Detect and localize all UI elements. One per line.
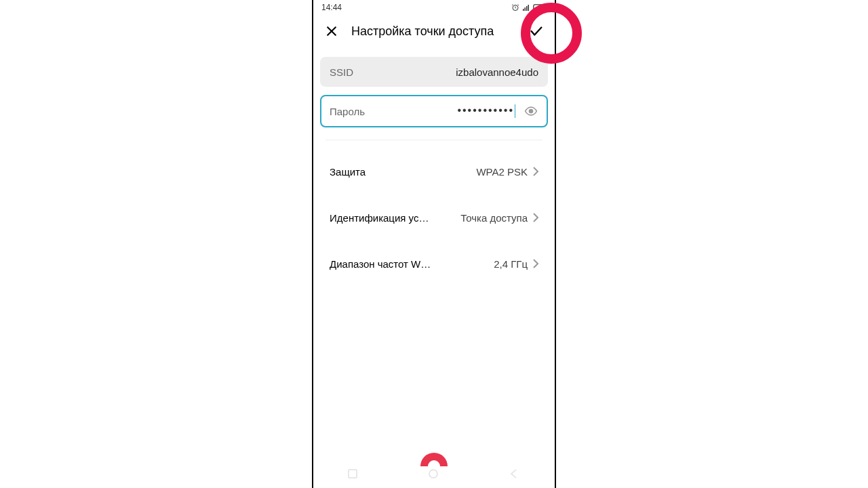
- svg-point-9: [530, 110, 533, 113]
- phone-screen: 14:44 Настройка точки доступа SSID izbal…: [312, 0, 556, 488]
- svg-rect-5: [534, 5, 545, 10]
- confirm-button[interactable]: [529, 24, 544, 39]
- content: SSID izbalovannoe4udo Пароль •••••••••••…: [313, 47, 555, 287]
- signal-icon: [522, 3, 530, 12]
- status-icons: [511, 3, 547, 12]
- nav-back[interactable]: [509, 468, 521, 481]
- chevron-right-icon: [533, 167, 538, 176]
- device-id-row[interactable]: Идентификация ус… Точка доступа: [320, 195, 548, 241]
- password-field[interactable]: Пароль •••••••••••: [320, 95, 548, 127]
- divider: [326, 140, 542, 140]
- security-value: WPA2 PSK: [476, 166, 528, 178]
- svg-rect-6: [545, 6, 547, 8]
- eye-icon: [524, 104, 538, 118]
- svg-rect-1: [523, 9, 524, 11]
- ssid-field[interactable]: SSID izbalovannoe4udo: [320, 57, 548, 87]
- svg-rect-4: [528, 5, 530, 11]
- svg-point-11: [429, 470, 437, 478]
- close-icon: [325, 24, 338, 38]
- battery-icon: [533, 4, 547, 11]
- svg-rect-3: [526, 6, 528, 11]
- device-id-label: Идентификация ус…: [330, 212, 429, 224]
- navigation-bar: [313, 461, 555, 488]
- toggle-password-visibility[interactable]: [524, 104, 538, 119]
- chevron-right-icon: [533, 213, 538, 222]
- close-button[interactable]: [324, 24, 339, 39]
- password-input[interactable]: •••••••••••: [365, 104, 518, 118]
- header: Настройка точки доступа: [313, 15, 555, 47]
- alarm-icon: [511, 3, 519, 12]
- status-bar: 14:44: [313, 0, 555, 15]
- password-label: Пароль: [330, 106, 365, 117]
- svg-rect-10: [349, 470, 357, 478]
- ssid-label: SSID: [330, 66, 353, 78]
- frequency-band-row[interactable]: Диапазон частот W… 2,4 ГГц: [320, 241, 548, 287]
- security-row[interactable]: Защита WPA2 PSK: [320, 148, 548, 195]
- frequency-band-label: Диапазон частот W…: [330, 258, 431, 270]
- chevron-right-icon: [533, 259, 538, 268]
- frequency-band-value: 2,4 ГГц: [494, 258, 528, 270]
- svg-rect-2: [525, 7, 526, 11]
- nav-home[interactable]: [428, 468, 440, 481]
- nav-recent[interactable]: [347, 468, 359, 481]
- status-time: 14:44: [321, 3, 342, 12]
- device-id-value: Точка доступа: [460, 212, 528, 224]
- security-label: Защита: [330, 166, 366, 178]
- ssid-value: izbalovannoe4udo: [456, 66, 538, 78]
- check-icon: [529, 24, 544, 39]
- page-title: Настройка точки доступа: [351, 24, 517, 39]
